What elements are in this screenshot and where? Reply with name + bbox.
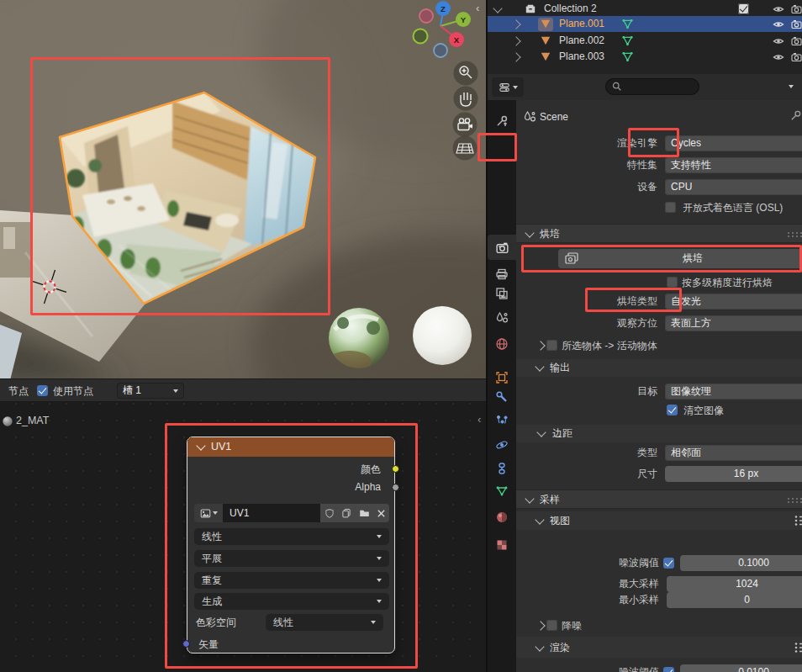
outliner-object-row[interactable]: Plane.002 [488,33,802,49]
target-dropdown[interactable]: 图像纹理 [665,384,802,399]
camera-icon[interactable] [791,52,802,61]
sampling-section-header[interactable]: 采样 [516,489,802,509]
tab-render[interactable] [488,235,516,259]
osl-checkbox[interactable] [665,202,676,213]
grid-ortho-button[interactable] [453,136,478,161]
render-noise-threshold-checkbox[interactable] [663,667,674,672]
noise-threshold-checkbox[interactable] [663,558,674,569]
tab-constraints[interactable] [488,457,516,480]
target-label: 目标 [540,384,657,399]
viewport-subsection-header[interactable]: 视图 [516,511,802,530]
new-image-button[interactable] [338,504,355,522]
header-options-chevron[interactable] [789,85,794,88]
render-noise-threshold-field[interactable]: 0.0100 [680,664,802,672]
outliner-object-row[interactable]: Plane.001 [488,16,802,32]
margin-subsection-header[interactable]: 边距 [516,425,802,442]
multires-bake-checkbox[interactable] [667,277,678,288]
panel-grip-icon[interactable] [787,231,802,238]
pin-icon[interactable] [789,109,802,122]
device-dropdown[interactable]: CPU [665,179,802,195]
collection-checkbox[interactable] [738,3,749,14]
selected-to-active-collapsed[interactable]: 所选物体 -> 活动物体 [516,338,802,353]
camera-icon[interactable] [791,4,802,13]
tab-world[interactable] [488,332,516,356]
node-sidebar-collapse-arrow[interactable]: ‹ [478,413,481,426]
output-alpha-label: Alpha [355,481,381,493]
tab-texture[interactable] [488,533,516,557]
min-samples-label: 最小采样 [541,592,659,608]
image-fake-user-button[interactable] [320,504,338,522]
material-slot-dropdown[interactable]: 槽 1 [117,383,184,399]
shield-icon [324,508,335,519]
bake-type-dropdown[interactable]: 自发光 [665,294,802,310]
bake-button[interactable]: 烘培 [558,249,802,268]
interpolation-dropdown[interactable]: 线性 [194,528,389,545]
unlink-image-button[interactable] [373,504,389,522]
zoom-button[interactable] [454,61,478,86]
camera-icon[interactable] [791,19,802,29]
open-image-button[interactable] [355,504,373,522]
panel-grip-icon[interactable] [787,497,802,504]
bake-section-header[interactable]: 烘培 [516,224,802,243]
eye-icon[interactable] [773,5,784,13]
gizmo-neg-x[interactable] [419,9,433,23]
view-from-dropdown[interactable]: 表面上方 [665,315,802,331]
shader-node-editor[interactable]: 2_MAT ‹ UV1 颜色 Alpha UV1 [0,402,486,672]
tab-particles[interactable] [488,409,516,432]
projection-dropdown[interactable]: 平展 [194,550,389,567]
image-texture-node[interactable]: UV1 颜色 Alpha UV1 [187,437,395,653]
white-material-sphere [413,306,472,365]
search-input[interactable] [605,78,699,95]
gizmo-neg-y[interactable] [414,29,428,44]
use-nodes-checkbox[interactable] [37,385,48,396]
tab-modifiers[interactable] [488,385,516,409]
render-subsection-header[interactable]: 渲染 [516,637,802,658]
viewport-3d[interactable]: Z Y X [0,0,486,378]
browse-image-button[interactable] [194,504,223,522]
viewport-sidebar-collapse-arrow[interactable]: ‹ [476,2,479,14]
engine-dropdown[interactable]: Cycles [665,135,802,151]
tab-material[interactable] [488,505,516,529]
extension-dropdown[interactable]: 重复 [194,572,389,589]
eye-icon[interactable] [773,37,784,45]
node-menu[interactable]: 节点 [8,384,29,399]
outliner-collection-row[interactable]: Collection 2 [488,1,802,17]
presets-icon[interactable] [794,515,802,526]
margin-size-slider[interactable]: 16 px [665,466,802,482]
outliner-object-row[interactable]: Plane.003 [488,49,802,65]
colorspace-dropdown[interactable]: 线性 [266,614,383,631]
tab-physics[interactable] [488,433,516,457]
tab-object-data[interactable] [488,479,516,503]
output-subsection-header[interactable]: 输出 [516,359,802,377]
tab-view-layer[interactable] [488,282,516,305]
tab-tool[interactable] [488,109,516,133]
tab-scene[interactable] [488,306,516,330]
feature-set-label: 特性集 [540,157,657,173]
render-image-icon [565,252,578,265]
eye-icon[interactable] [773,53,784,61]
margin-type-dropdown[interactable]: 相邻面 [665,445,802,461]
osl-label: 开放式着色语言 (OSL) [683,201,783,214]
gizmo-neg-z[interactable] [434,44,447,57]
max-samples-field[interactable]: 1024 [667,576,802,592]
noise-threshold-field[interactable]: 0.1000 [680,555,802,571]
node-title: UV1 [211,441,231,452]
feature-set-dropdown[interactable]: 支持特性 [665,157,802,173]
pan-hand-button[interactable] [454,87,478,111]
min-samples-field[interactable]: 0 [667,592,802,608]
alpha-output-socket[interactable] [392,484,399,491]
eye-icon[interactable] [773,20,784,29]
node-header[interactable]: UV1 [187,437,394,457]
camera-icon[interactable] [791,36,802,45]
source-dropdown[interactable]: 生成 [194,593,389,610]
denoise-collapsed[interactable]: 降噪 [516,618,802,633]
camera-view-button[interactable] [453,113,478,137]
presets-icon[interactable] [794,642,802,653]
editor-type-selector[interactable] [492,77,524,97]
image-name-field[interactable]: UV1 [223,504,327,522]
material-sphere-icon [2,415,13,427]
vector-input-socket[interactable] [182,640,190,648]
gizmo-y-label: Y [461,15,467,24]
color-output-socket[interactable] [392,465,399,473]
clear-image-checkbox[interactable] [667,405,678,415]
